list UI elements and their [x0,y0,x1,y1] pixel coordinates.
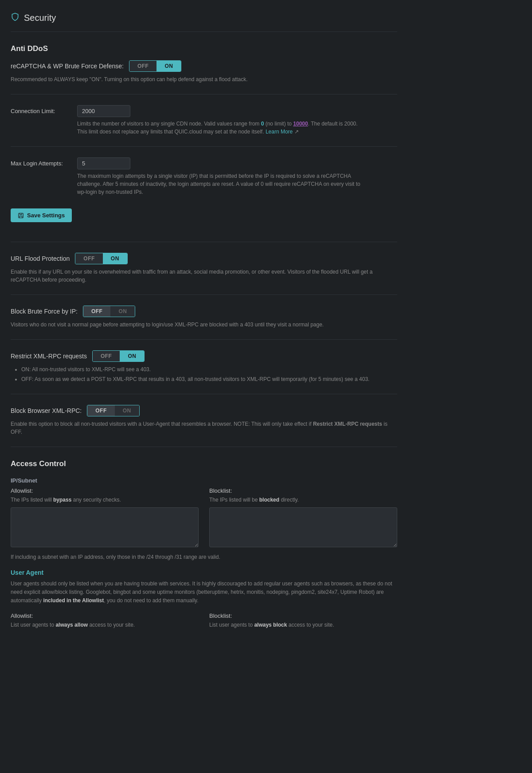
recaptcha-helper: Recommended to ALWAYS keep "ON". Turning… [11,75,397,83]
save-icon [18,212,24,219]
url-flood-label: URL Flood Protection [11,255,70,262]
user-agent-desc: User agents should only be listed when y… [11,580,397,605]
ip-subnet-two-col: Allowlist: The IPs listed will bypass an… [11,487,397,549]
block-brute-on-btn[interactable]: ON [110,306,135,317]
xmlrpc-bullet-1: ON: All non-trusted visitors to XML-RPC … [21,365,397,373]
shield-icon [11,12,20,24]
ip-allowlist-textarea[interactable] [11,507,199,547]
recaptcha-toggle-row: reCAPTCHA & WP Brute Force Defense: OFF … [11,60,397,72]
block-brute-toggle-group[interactable]: OFF ON [83,306,136,317]
recaptcha-off-btn[interactable]: OFF [129,61,157,71]
block-brute-helper: Visitors who do not visit a normal page … [11,321,397,329]
page-title: Security [24,13,56,23]
block-browser-xmlrpc-label: Block Browser XML-RPC: [11,407,82,414]
ip-blocklist-textarea[interactable] [209,507,397,547]
ip-allowlist-label: Allowlist: [11,487,199,494]
connection-limit-input[interactable] [77,105,130,117]
ip-blocklist-desc: The IPs listed will be blocked directly. [209,496,397,504]
save-settings-button[interactable]: Save Settings [11,208,72,222]
recaptcha-on-btn[interactable]: ON [156,61,181,71]
anti-ddos-title: Anti DDoS [11,44,397,53]
block-browser-xmlrpc-off-btn[interactable]: OFF [87,405,115,416]
ua-allowlist-label: Allowlist: [11,612,199,619]
connection-limit-row: Connection Limit: Limits the number of v… [11,105,397,136]
ua-blocklist-desc: List user agents to always block access … [209,621,397,629]
user-agent-title: User Agent [11,569,397,576]
restrict-xmlrpc-toggle-group[interactable]: OFF ON [92,350,145,362]
block-browser-xmlrpc-toggle-group[interactable]: OFF ON [87,405,140,416]
ip-allowlist-col: Allowlist: The IPs listed will bypass an… [11,487,199,549]
block-browser-xmlrpc-on-btn[interactable]: ON [115,405,139,416]
access-control-title: Access Control [11,459,397,468]
max-login-label: Max Login Attempts: [11,157,77,167]
restrict-xmlrpc-bullets: ON: All non-trusted visitors to XML-RPC … [11,365,397,383]
restrict-xmlrpc-on-btn[interactable]: ON [120,351,144,361]
subnet-note: If including a subnet with an IP address… [11,554,397,560]
url-flood-on-btn[interactable]: ON [103,253,127,264]
restrict-xmlrpc-off-btn[interactable]: OFF [93,351,120,361]
restrict-xmlrpc-label: Restrict XML-RPC requests [11,353,87,360]
block-brute-label: Block Brute Force by IP: [11,308,78,315]
page-header: Security [11,7,397,32]
block-browser-xmlrpc-toggle-row: Block Browser XML-RPC: OFF ON [11,405,397,416]
svg-rect-0 [19,213,23,218]
max-login-input[interactable] [77,157,130,169]
ip-blocklist-col: Blocklist: The IPs listed will be blocke… [209,487,397,549]
xmlrpc-bullet-2: OFF: As soon as we detect a POST to XML-… [21,375,397,383]
ip-blocklist-label: Blocklist: [209,487,397,494]
max-login-desc: The maximum login attempts by a single v… [77,172,361,196]
restrict-xmlrpc-toggle-row: Restrict XML-RPC requests OFF ON [11,350,397,362]
connection-limit-desc: Limits the number of visitors to any sin… [77,120,361,136]
url-flood-helper: Enable this if any URL on your site is o… [11,268,397,284]
ip-subnet-title: IP/Subnet [11,477,397,484]
block-brute-toggle-row: Block Brute Force by IP: OFF ON [11,306,397,317]
ua-allowlist-desc: List user agents to always allow access … [11,621,199,629]
ua-blocklist-col: Blocklist: List user agents to always bl… [209,612,397,632]
block-browser-xmlrpc-helper: Enable this option to block all non-trus… [11,420,397,436]
ua-two-col: Allowlist: List user agents to always al… [11,612,397,632]
url-flood-toggle-row: URL Flood Protection OFF ON [11,253,397,264]
url-flood-off-btn[interactable]: OFF [75,253,103,264]
learn-more-link[interactable]: Learn More [266,129,293,135]
recaptcha-toggle-group[interactable]: OFF ON [129,60,182,72]
url-flood-toggle-group[interactable]: OFF ON [75,253,128,264]
ip-allowlist-desc: The IPs listed will bypass any security … [11,496,199,504]
block-brute-off-btn[interactable]: OFF [83,306,111,317]
max-login-content: The maximum login attempts by a single v… [77,157,397,196]
connection-limit-label: Connection Limit: [11,105,77,114]
ua-allowlist-col: Allowlist: List user agents to always al… [11,612,199,632]
ua-blocklist-label: Blocklist: [209,612,397,619]
recaptcha-label: reCAPTCHA & WP Brute Force Defense: [11,63,124,70]
max-login-row: Max Login Attempts: The maximum login at… [11,157,397,196]
connection-limit-content: Limits the number of visitors to any sin… [77,105,397,136]
